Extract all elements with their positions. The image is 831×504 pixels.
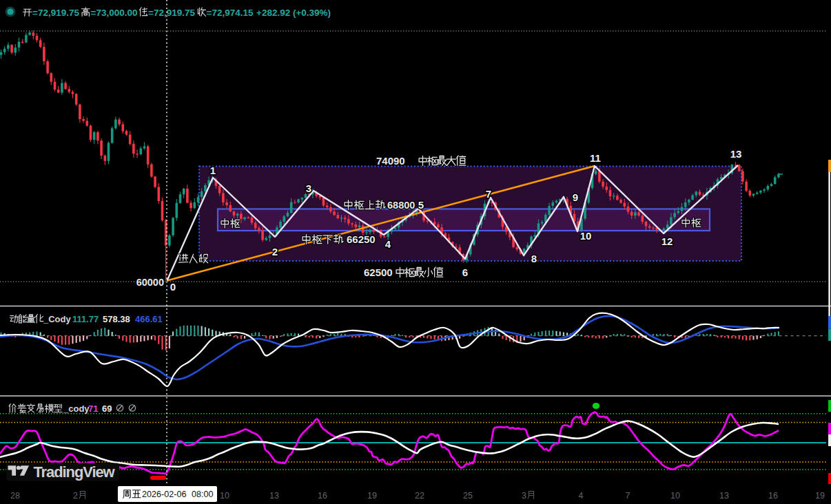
svg-text:8: 8	[531, 253, 537, 264]
svg-text:9: 9	[573, 191, 578, 203]
svg-text:2026-02-06: 2026-02-06	[142, 490, 186, 499]
svg-text:578.38: 578.38	[103, 314, 130, 324]
svg-text:4: 4	[579, 491, 584, 501]
svg-text:16: 16	[768, 491, 778, 501]
svg-text:=73,000.00: =73,000.00	[91, 8, 138, 18]
svg-text:66250: 66250	[347, 233, 376, 245]
svg-text:+282.92 (+0.39%): +282.92 (+0.39%)	[256, 8, 331, 18]
svg-text:13: 13	[719, 491, 729, 501]
svg-text:466.61: 466.61	[135, 314, 163, 324]
svg-text:0: 0	[170, 281, 176, 293]
svg-text:19: 19	[367, 491, 377, 501]
svg-text:7: 7	[486, 188, 491, 200]
svg-text:_Cody: _Cody	[43, 314, 72, 324]
svg-text:22: 22	[415, 491, 424, 501]
svg-text:10: 10	[580, 230, 592, 242]
svg-text:11: 11	[590, 152, 601, 164]
svg-text:=72,919.75: =72,919.75	[148, 8, 195, 18]
svg-text:_cody: _cody	[63, 403, 90, 414]
svg-text:16: 16	[318, 491, 327, 501]
svg-text:TradingView: TradingView	[34, 463, 116, 481]
svg-text:7: 7	[626, 491, 630, 501]
svg-text:=72,919.75: =72,919.75	[32, 8, 79, 18]
svg-text:62500: 62500	[364, 266, 393, 278]
svg-text:71: 71	[88, 403, 98, 414]
svg-text:12: 12	[661, 235, 673, 247]
svg-text:111.77: 111.77	[72, 314, 99, 324]
svg-text:13: 13	[269, 491, 279, 501]
svg-text:10: 10	[220, 491, 229, 501]
svg-text:60000: 60000	[136, 277, 164, 288]
svg-text:25: 25	[463, 491, 473, 501]
svg-text:13: 13	[730, 148, 742, 160]
svg-text:2: 2	[73, 491, 78, 501]
svg-text:08:00: 08:00	[192, 490, 214, 499]
svg-text:68800: 68800	[387, 200, 415, 211]
svg-text:1: 1	[210, 165, 216, 176]
svg-text:69: 69	[102, 403, 112, 414]
svg-text:6: 6	[462, 266, 468, 278]
svg-text:3: 3	[522, 491, 526, 501]
svg-text:28: 28	[10, 491, 20, 501]
svg-text:10: 10	[670, 491, 680, 501]
svg-text:4: 4	[385, 238, 391, 250]
svg-text:19: 19	[815, 491, 825, 501]
svg-text:5: 5	[418, 199, 424, 211]
svg-text:3: 3	[306, 182, 311, 194]
svg-text:2: 2	[272, 246, 278, 258]
svg-text:=72,974.15: =72,974.15	[207, 8, 254, 18]
svg-text:74090: 74090	[376, 155, 405, 167]
